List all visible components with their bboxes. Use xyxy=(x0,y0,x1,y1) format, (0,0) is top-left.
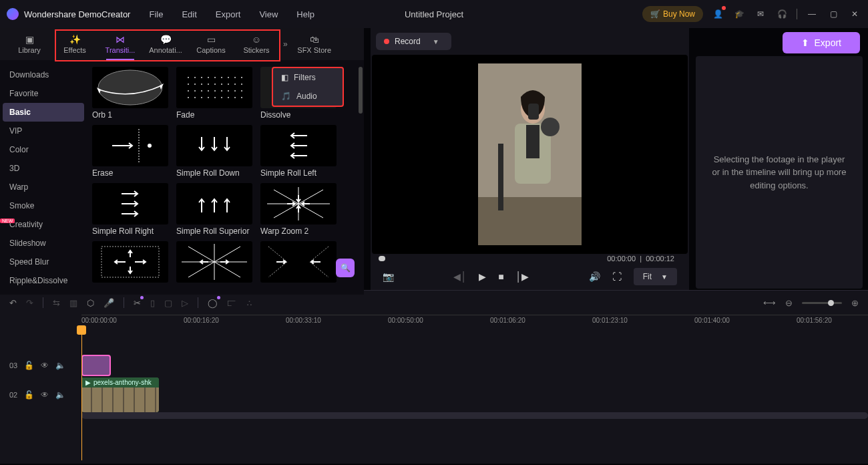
close-icon[interactable]: ✕ xyxy=(848,7,861,21)
record-button[interactable]: Record ▼ xyxy=(376,33,451,50)
transition-item[interactable] xyxy=(176,241,252,283)
redo-icon[interactable]: ↷ xyxy=(26,298,33,308)
playhead[interactable] xyxy=(81,327,82,460)
eye-icon[interactable]: 👁 xyxy=(41,361,49,370)
stop-icon[interactable]: ■ xyxy=(498,271,503,282)
sidebar-item-smoke[interactable]: Smoke xyxy=(0,196,87,215)
split-icon[interactable]: ⇆ xyxy=(53,298,60,308)
sidebar-item-color[interactable]: Color xyxy=(0,140,87,159)
play-icon[interactable]: ▶ xyxy=(479,271,486,282)
menu-edit[interactable]: Edit xyxy=(182,9,196,19)
audio-tool-icon[interactable]: ◯ xyxy=(208,298,218,308)
svg-point-30 xyxy=(194,97,196,98)
sidebar-item-ripple-dissolve[interactable]: Ripple&Dissolve xyxy=(0,271,87,290)
undo-icon[interactable]: ↶ xyxy=(9,298,17,308)
sidebar-item-creativity[interactable]: NEWCreativity xyxy=(0,215,87,234)
progress-thumb[interactable] xyxy=(379,256,385,261)
search-button[interactable]: 🔍 xyxy=(336,259,355,277)
transition-item[interactable]: Simple Roll Right xyxy=(92,183,168,236)
transition-item[interactable]: Orb 1 xyxy=(92,67,168,120)
inspector-panel: Selecting the footage in the player or i… xyxy=(696,56,863,289)
track-03[interactable]: 03 🔓 👁 🔈 xyxy=(0,353,868,377)
minimize-icon[interactable]: — xyxy=(805,7,819,21)
scrollbar[interactable] xyxy=(359,67,363,114)
sidebar-item-warp[interactable]: Warp xyxy=(0,178,87,196)
prev-frame-icon[interactable]: ◀│ xyxy=(453,271,467,282)
svg-point-16 xyxy=(221,84,222,85)
tab-transitions[interactable]: ⋈Transiti... xyxy=(97,28,143,60)
dropdown-item-filters[interactable]: ◧Filters xyxy=(273,68,343,87)
crop-icon[interactable]: ▥ xyxy=(69,298,77,308)
sidebar-item-speed-blur[interactable]: Speed Blur xyxy=(0,253,87,271)
group-icon[interactable]: ⛬ xyxy=(245,298,254,308)
lock-icon[interactable]: 🔓 xyxy=(24,361,34,370)
clip-video[interactable]: ▶pexels-anthony-shk xyxy=(81,377,159,412)
svg-point-35 xyxy=(228,97,229,98)
tab-stickers[interactable]: ☺Stickers xyxy=(234,28,279,60)
mute-icon[interactable]: 🔈 xyxy=(55,390,65,400)
eye-icon[interactable]: 👁 xyxy=(41,390,49,400)
transition-item[interactable]: Fade xyxy=(176,67,252,120)
transition-item[interactable]: Erase xyxy=(92,125,168,178)
timeline: ↶ ↷ ⇆ ▥ ⬡ 🎤 ✂ ▯ ▢ ▷ ◯ ⫍ ⛬ ⟷ ⊖ ⊕ 00:00:00… xyxy=(0,290,868,464)
menu-help[interactable]: Help xyxy=(296,9,314,19)
separator xyxy=(797,9,797,19)
academy-icon[interactable]: 🎓 xyxy=(732,7,746,21)
maximize-icon[interactable]: ▢ xyxy=(827,7,840,21)
sidebar-item-downloads[interactable]: Downloads xyxy=(0,65,87,84)
dropdown-item-audio[interactable]: 🎵Audio xyxy=(273,87,343,106)
buy-now-button[interactable]: 🛒 Buy Now xyxy=(642,6,703,22)
lock-icon[interactable]: 🔓 xyxy=(24,390,34,400)
tab-sfx-store[interactable]: 🛍SFX Store xyxy=(292,28,337,60)
clip-transition[interactable] xyxy=(81,355,111,376)
transition-item[interactable]: Simple Roll Superior xyxy=(176,183,252,236)
transition-item[interactable]: Simple Roll Left xyxy=(260,125,337,178)
user-account-icon[interactable]: 👤 xyxy=(711,7,724,21)
svg-rect-56 xyxy=(528,104,539,120)
sidebar-item-basic[interactable]: Basic xyxy=(3,103,84,122)
volume-icon[interactable]: 🔊 xyxy=(589,271,600,282)
svg-point-18 xyxy=(234,84,236,85)
zoom-slider[interactable] xyxy=(802,302,842,304)
cursor-effects-icon[interactable]: ✂ xyxy=(134,298,141,308)
transition-item[interactable] xyxy=(260,241,337,283)
transition-item[interactable]: Warp Zoom 2 xyxy=(260,183,337,236)
more-tabs-chevron-icon[interactable]: » xyxy=(279,39,292,49)
tab-captions[interactable]: ▭Captions xyxy=(188,28,234,60)
zoom-in-icon[interactable]: ⊕ xyxy=(851,298,859,308)
speed-icon[interactable]: ▷ xyxy=(182,298,188,308)
menu-view[interactable]: View xyxy=(259,9,278,19)
video-preview[interactable] xyxy=(372,55,688,254)
track-02[interactable]: 02 🔓 👁 🔈 ▶pexels-anthony-shk xyxy=(0,380,868,410)
next-frame-icon[interactable]: │▶ xyxy=(516,271,529,282)
fullscreen-icon[interactable]: ⛶ xyxy=(612,271,622,282)
mute-icon[interactable]: 🔈 xyxy=(55,361,65,370)
zoom-fit-select[interactable]: Fit ▼ xyxy=(634,268,677,285)
screenshot-icon[interactable]: ▢ xyxy=(164,298,172,308)
sidebar-item-vip[interactable]: VIP xyxy=(0,122,87,140)
support-icon[interactable]: 🎧 xyxy=(775,7,789,21)
transition-item[interactable] xyxy=(92,241,168,283)
cut-icon[interactable]: ▯ xyxy=(150,298,155,308)
timeline-ruler[interactable]: 00:00:00:00 00:00:16:20 00:00:33:10 00:0… xyxy=(81,315,868,327)
tab-library[interactable]: ▣Library xyxy=(7,28,52,60)
sidebar-item-slideshow[interactable]: Slideshow xyxy=(0,234,87,253)
adjust-icon[interactable]: ⫍ xyxy=(227,298,236,308)
voiceover-icon[interactable]: 🎤 xyxy=(103,298,114,308)
sidebar-item-3d[interactable]: 3D xyxy=(0,159,87,178)
mail-icon[interactable]: ✉ xyxy=(754,7,767,21)
tab-annotations[interactable]: 💬Annotati... xyxy=(143,28,188,60)
timeline-scrollbar[interactable] xyxy=(81,412,868,419)
snapshot-icon[interactable]: 📷 xyxy=(383,271,394,282)
marker-icon[interactable]: ⬡ xyxy=(87,298,94,308)
menu-export[interactable]: Export xyxy=(216,9,241,19)
zoom-out-icon[interactable]: ⊖ xyxy=(785,298,793,308)
transition-item[interactable]: Simple Roll Down xyxy=(176,125,252,178)
sidebar-item-favorite[interactable]: Favorite xyxy=(0,84,87,103)
tab-effects[interactable]: ✨Effects xyxy=(52,28,97,60)
menu-file[interactable]: File xyxy=(149,9,163,19)
progress-bar[interactable]: 00:00:00 | 00:00:12 xyxy=(371,254,689,263)
fit-timeline-icon[interactable]: ⟷ xyxy=(763,298,776,308)
transition-label: Dissolve xyxy=(260,110,337,120)
export-button[interactable]: ⬆ Export xyxy=(783,32,860,53)
